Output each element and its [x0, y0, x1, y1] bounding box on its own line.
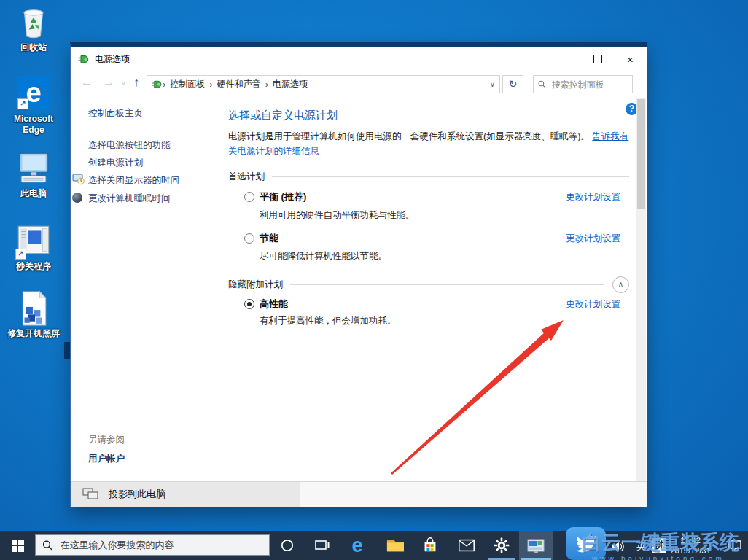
control-panel-taskbar-button[interactable] [519, 531, 553, 560]
bird-icon [574, 534, 598, 554]
breadcrumb-hardware-sound[interactable]: 硬件和声音 [217, 78, 261, 90]
ime-pinyin-badge[interactable]: 拼 [652, 538, 666, 553]
balanced-radio[interactable] [244, 192, 254, 202]
control-panel-search-box[interactable] [533, 75, 633, 93]
plan-name[interactable]: 平衡 (推荐) [260, 190, 306, 203]
desktop-icon-label: 秒关程序 [3, 261, 64, 272]
desktop: 回收站 e ↗ Microsoft Edge 此电脑 [0, 0, 748, 560]
mail-icon [457, 537, 476, 553]
shortcut-arrow-icon: ↗ [17, 98, 28, 109]
address-bar[interactable]: › 控制面板 › 硬件和声音 › 电源选项 ∨ [147, 75, 500, 93]
settings-button[interactable] [487, 531, 516, 560]
forward-icon[interactable]: → [103, 76, 114, 89]
taskbar: e [0, 531, 748, 560]
breadcrumb-power-options[interactable]: 电源选项 [273, 78, 308, 90]
shortcut-arrow-icon: ↗ [15, 249, 26, 260]
ime-language-indicator[interactable]: 英 [636, 540, 646, 553]
back-icon[interactable]: ← [81, 76, 93, 89]
window-title: 电源选项 [95, 53, 130, 66]
section-label: 首选计划 [228, 171, 265, 183]
desktop-icon-label: 回收站 [3, 42, 64, 53]
taskbar-clock[interactable]: 17:42 2019/12/31 [665, 535, 716, 556]
change-plan-settings-link[interactable]: 更改计划设置 [566, 191, 620, 203]
maximize-button[interactable] [581, 47, 614, 71]
recycle-bin-icon [15, 4, 52, 41]
section-preferred-plans: 首选计划 [228, 171, 629, 183]
microsoft-store-icon [421, 536, 440, 555]
clock-time: 17:42 [665, 535, 716, 545]
project-to-pc-row[interactable]: 投影到此电脑 [71, 482, 300, 507]
plan-description: 尽可能降低计算机性能以节能。 [260, 250, 566, 262]
search-icon [538, 79, 546, 89]
close-button[interactable]: × [614, 47, 647, 71]
breadcrumb-separator: › [209, 79, 212, 90]
up-icon[interactable]: ↑ [133, 76, 139, 89]
breadcrumb-control-panel[interactable]: 控制面板 [170, 78, 205, 90]
maximize-icon [593, 55, 602, 63]
desktop-icon-microsoft-edge[interactable]: e ↗ Microsoft Edge [3, 74, 64, 136]
sidebar-item-power-buttons[interactable]: 选择电源按钮的功能 [88, 139, 171, 152]
taskbar-search-box[interactable] [35, 534, 270, 556]
projector-screen-icon [82, 488, 100, 501]
this-pc-icon [15, 150, 52, 187]
refresh-button[interactable]: ↻ [502, 75, 523, 93]
desktop-icon-label: 此电脑 [3, 188, 64, 199]
gear-icon [493, 537, 510, 554]
desktop-icon-this-pc[interactable]: 此电脑 [3, 150, 64, 199]
clock-date: 2019/12/31 [665, 545, 716, 556]
edge-icon: e ↗ [15, 76, 52, 112]
sidebar-item-home[interactable]: 控制面板主页 [88, 107, 143, 120]
section-divider [272, 176, 629, 177]
display-clock-icon [72, 173, 85, 185]
recent-pages-chevron-icon[interactable]: ∨ [121, 79, 126, 87]
microsoft-store-button[interactable] [416, 531, 445, 560]
page-title: 选择或自定义电源计划 [228, 109, 338, 122]
breadcrumb-separator: › [163, 79, 165, 90]
baiyun-app-taskbar-icon[interactable] [566, 527, 606, 560]
taskbar-search-input[interactable] [59, 539, 262, 551]
address-dropdown-icon[interactable]: ∨ [490, 80, 495, 88]
change-plan-settings-link-high-performance[interactable]: 更改计划设置 [566, 298, 620, 311]
registry-file-icon [15, 290, 52, 327]
edge-taskbar-button[interactable]: e [343, 531, 372, 560]
notification-icon [728, 540, 742, 552]
change-plan-settings-link[interactable]: 更改计划设置 [566, 233, 620, 245]
plan-row-balanced: 平衡 (推荐) 更改计划设置 [228, 190, 629, 206]
plan-name[interactable]: 节能 [260, 232, 278, 245]
section-hidden-plans: 隐藏附加计划 ∧ [228, 276, 629, 293]
see-also-heading: 另请参阅 [88, 434, 125, 446]
main-pane: 选择或自定义电源计划 电源计划是用于管理计算机如何使用电源的一套硬件和系统设置(… [228, 98, 629, 481]
desktop-icon-fix-black-screen[interactable]: 修复开机黑屏 [3, 290, 64, 339]
plan-name[interactable]: 高性能 [260, 298, 288, 311]
sidebar-item-display-off-time[interactable]: 选择关闭显示器的时间 [88, 174, 179, 187]
desktop-icon-recycle-bin[interactable]: 回收站 [3, 4, 64, 53]
minimize-button[interactable]: – [548, 47, 581, 71]
sidebar-item-create-plan[interactable]: 创建电源计划 [88, 157, 143, 169]
mail-button[interactable] [452, 531, 481, 560]
search-icon [42, 540, 53, 551]
search-input[interactable] [550, 79, 628, 90]
high-performance-radio[interactable] [244, 299, 254, 309]
sidebar-item-user-accounts[interactable]: 用户帐户 [88, 453, 125, 465]
start-button[interactable] [0, 531, 35, 560]
power-saver-radio[interactable] [244, 233, 254, 244]
sidebar-item-sleep-time[interactable]: 更改计算机睡眠时间 [88, 192, 171, 205]
desktop-icon-label: 修复开机黑屏 [3, 328, 64, 339]
cortana-button[interactable] [273, 531, 302, 560]
intro-body: 电源计划是用于管理计算机如何使用电源的一套硬件和系统设置(如显示器亮度、睡眠等)… [228, 131, 590, 141]
collapse-button[interactable]: ∧ [612, 276, 629, 293]
volume-icon[interactable] [612, 540, 626, 556]
task-view-icon [313, 537, 332, 553]
task-view-button[interactable] [308, 531, 337, 560]
window-bottom-bar: 投影到此电脑 [71, 481, 647, 507]
plan-description: 利用可用的硬件自动平衡功耗与性能。 [260, 209, 566, 222]
file-explorer-button[interactable] [381, 531, 410, 560]
desktop-icon-app-shortcut[interactable]: ↗ 秒关程序 [3, 223, 64, 272]
vertical-scrollbar[interactable] [636, 98, 646, 481]
scrollbar-thumb[interactable] [637, 99, 645, 209]
plan-row-high-performance: 高性能 更改计划设置 [228, 298, 629, 314]
plan-description: 有利于提高性能，但会增加功耗。 [260, 315, 566, 327]
project-to-pc-label: 投影到此电脑 [109, 488, 165, 501]
action-center-button[interactable] [728, 540, 742, 555]
control-panel-icon [526, 537, 546, 555]
